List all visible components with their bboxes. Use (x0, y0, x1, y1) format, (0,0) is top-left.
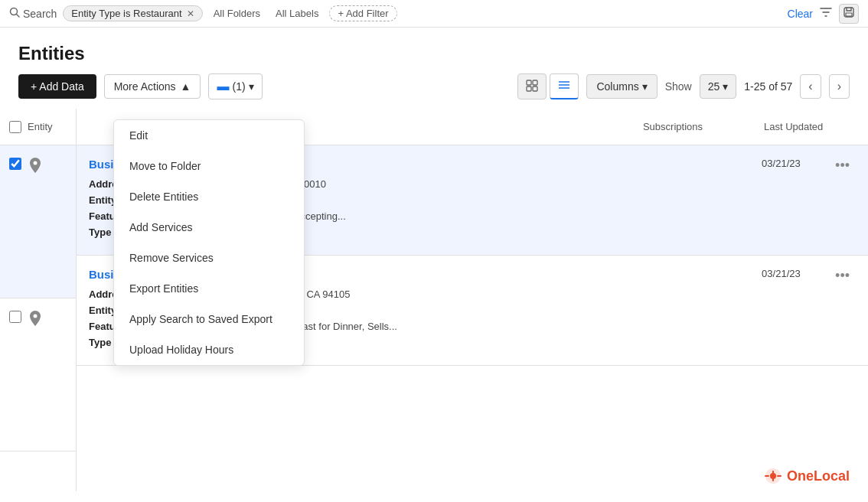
add-filter-button[interactable]: + Add Filter (329, 5, 396, 21)
show-chevron-icon: ▾ (723, 80, 728, 93)
entity-2-meta: 03/21/23 ••• (762, 268, 856, 284)
entity-1-meta: 03/21/23 ••• (762, 158, 856, 174)
save-filter-icon[interactable] (839, 4, 859, 24)
svg-point-11 (34, 161, 38, 165)
list-view-button[interactable] (550, 73, 579, 99)
left-column: Entity (0, 109, 77, 491)
entity-1-checkbox[interactable] (9, 158, 21, 170)
search-button[interactable]: Search (9, 7, 57, 20)
prev-page-button[interactable]: ‹ (800, 74, 821, 99)
svg-rect-5 (533, 80, 537, 85)
more-actions-label: More Actions (114, 80, 176, 93)
dropdown-item-move-to-folder[interactable]: Move to Folder (114, 151, 304, 181)
onelocal-icon (762, 465, 784, 487)
filter-bar: Search Entity Type is Restaurant ✕ All F… (0, 0, 868, 28)
more-actions-dropdown: Edit Move to Folder Delete Entities Add … (113, 119, 305, 366)
all-labels-chip[interactable]: All Labels (271, 6, 323, 21)
pagination-info: 1-25 of 57 (744, 80, 792, 93)
entity-row-1-left (0, 145, 76, 298)
svg-rect-4 (527, 80, 531, 85)
dropdown-item-apply-search[interactable]: Apply Search to Saved Export (114, 304, 304, 334)
dropdown-item-upload-holiday-hours[interactable]: Upload Holiday Hours (114, 334, 304, 365)
show-select[interactable]: 25 ▾ (700, 74, 737, 99)
search-label: Search (23, 8, 57, 20)
next-page-button[interactable]: › (829, 74, 850, 99)
svg-rect-6 (527, 86, 531, 91)
filter-icon[interactable] (819, 5, 833, 22)
selected-icon: ▬ (217, 80, 229, 93)
entity-2-more-button[interactable]: ••• (829, 268, 856, 284)
columns-button[interactable]: Columns ▾ (586, 74, 657, 99)
all-folders-chip[interactable]: All Folders (209, 6, 265, 21)
entity-row-2-left (0, 298, 76, 451)
svg-rect-3 (846, 13, 852, 16)
toolbar: + Add Data More Actions ▲ ▬ (1) ▾ Column… (0, 73, 868, 109)
entity-1-last-updated: 03/21/23 (762, 158, 823, 169)
onelocal-logo: OneLocal (762, 465, 850, 487)
view-toggle (517, 73, 579, 99)
dropdown-item-export-entities[interactable]: Export Entities (114, 273, 304, 304)
dropdown-item-remove-services[interactable]: Remove Services (114, 243, 304, 273)
dropdown-item-add-services[interactable]: Add Services (114, 212, 304, 243)
show-count: 25 (708, 80, 720, 93)
entity-type-chip[interactable]: Entity Type is Restaurant ✕ (63, 5, 202, 21)
grid-view-button[interactable] (517, 73, 547, 99)
onelocal-text: OneLocal (787, 468, 850, 484)
entity-col-header: Entity (28, 121, 53, 132)
entity-type-chip-label: Entity Type is Restaurant (71, 8, 181, 19)
entity-1-more-button[interactable]: ••• (829, 158, 856, 174)
entity-type-chip-close[interactable]: ✕ (187, 8, 194, 19)
more-actions-button[interactable]: More Actions ▲ (104, 74, 201, 99)
page-title: Entities (18, 43, 850, 64)
location-icon-2 (28, 311, 43, 333)
select-all-checkbox[interactable] (9, 121, 21, 133)
entity-2-last-updated: 03/21/23 (762, 268, 823, 279)
columns-chevron-icon: ▾ (642, 80, 648, 93)
dropdown-item-edit[interactable]: Edit (114, 120, 304, 151)
table-header-left: Entity (0, 109, 76, 145)
entity-2-checkbox[interactable] (9, 311, 21, 323)
location-icon-1 (28, 158, 43, 180)
main-header: Entities (0, 28, 868, 73)
last-updated-col-header: Last Updated (764, 121, 856, 132)
add-data-button[interactable]: + Add Data (18, 74, 96, 99)
dropdown-item-delete-entities[interactable]: Delete Entities (114, 181, 304, 212)
chevron-down-icon: ▾ (249, 80, 254, 93)
chevron-up-icon: ▲ (181, 80, 191, 93)
clear-button[interactable]: Clear (788, 8, 813, 20)
selected-count: (1) (232, 80, 245, 93)
selected-badge[interactable]: ▬ (1) ▾ (208, 73, 262, 99)
svg-point-12 (34, 315, 38, 318)
show-label: Show (665, 80, 692, 93)
columns-label: Columns (596, 80, 638, 93)
search-icon (9, 7, 20, 20)
svg-line-1 (17, 15, 20, 18)
svg-rect-7 (533, 86, 537, 91)
